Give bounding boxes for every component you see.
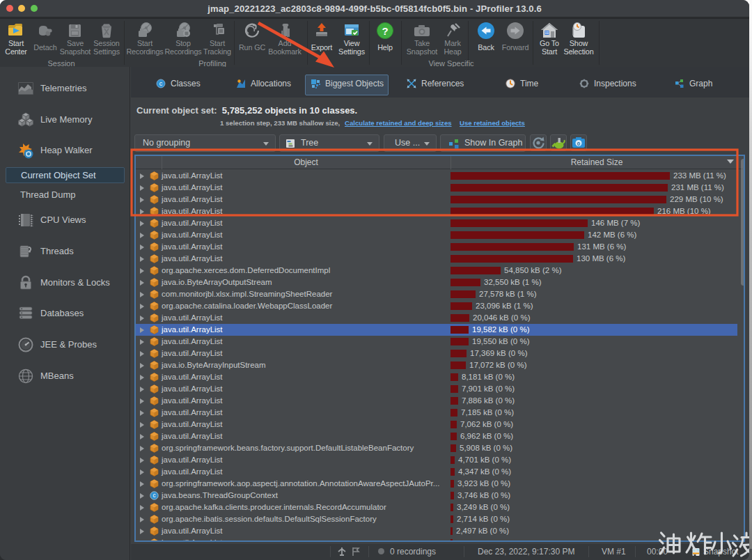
svg-text:c: c — [159, 80, 163, 87]
svg-text:0: 0 — [577, 141, 581, 147]
svg-text:?: ? — [382, 25, 388, 37]
